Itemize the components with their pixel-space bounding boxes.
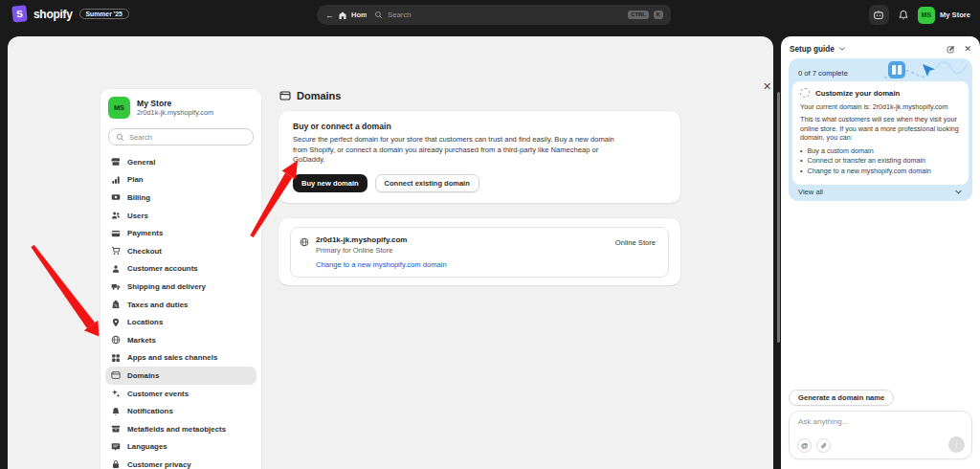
edit-icon[interactable] <box>947 45 955 54</box>
setup-guide-title: Setup guide <box>790 45 835 54</box>
store-menu[interactable]: MS My Store <box>918 7 970 24</box>
buy-new-domain-button[interactable]: Buy new domain <box>293 174 368 192</box>
step-description: This is what customers will see when the… <box>800 115 961 143</box>
sidebar-item-payments[interactable]: Payments <box>105 224 256 242</box>
buy-domain-card: Buy or connect a domain Secure the perfe… <box>278 111 680 203</box>
sidebar-item-label: Taxes and duties <box>127 301 188 309</box>
store-name: My Store <box>940 11 970 19</box>
close-settings-button[interactable]: ✕ <box>763 80 771 93</box>
kbd-ctrl: CTRL <box>628 11 648 20</box>
settings-search-input[interactable] <box>129 133 246 142</box>
sparkle-icon <box>111 389 121 398</box>
sidebar-item-taxes-and-duties[interactable]: Taxes and duties <box>105 296 256 314</box>
sidebar-item-plan[interactable]: Plan <box>105 171 256 190</box>
sidebar-item-customer-accounts[interactable]: Customer accounts <box>105 260 256 279</box>
domain-row: 2r0d1k-jk.myshopify.com Primary for Onli… <box>290 227 669 278</box>
setup-step-card[interactable]: Customize your domain Your current domai… <box>792 81 969 185</box>
view-all-label: View all <box>798 188 823 196</box>
globe-icon <box>300 237 309 247</box>
sidebar-item-checkout[interactable]: Checkout <box>105 242 256 260</box>
sidebar-item-metafields-and-metaobjects[interactable]: Metafields and metaobjects <box>105 420 256 438</box>
ask-anything-input[interactable] <box>798 417 942 426</box>
sidebar-item-shipping-and-delivery[interactable]: Shipping and delivery <box>105 278 256 296</box>
close-panel-button[interactable]: ✕ <box>964 44 971 54</box>
setup-illustration <box>880 59 969 82</box>
sidebar-item-label: General <box>127 158 155 167</box>
sidebar-item-label: Customer events <box>127 390 189 398</box>
chat-bubble-icon <box>111 442 121 452</box>
settings-modal: Domains ✕ MS My Store 2r0d1k-jk.myshopif… <box>8 36 773 469</box>
settings-search[interactable] <box>108 128 254 145</box>
sidebar-item-apps-and-sales-channels[interactable]: Apps and sales channels <box>105 349 256 368</box>
chevron-down-icon <box>954 188 963 196</box>
store-avatar: MS <box>918 7 935 24</box>
sidebar-item-label: Notifications <box>127 407 173 415</box>
generate-domain-button[interactable]: Generate a domain name <box>789 390 894 406</box>
sidebar-store-header: MS My Store 2r0d1k-jk.myshopify.com <box>108 97 213 119</box>
payments-icon <box>111 229 121 238</box>
sidebar-item-general[interactable]: General <box>105 153 256 171</box>
global-search-input[interactable] <box>388 11 623 19</box>
domain-status: Primary for Online Store <box>316 246 392 255</box>
sidebar-store-name: My Store <box>137 99 213 108</box>
domains-icon <box>111 370 121 380</box>
setup-progress: 0 of 7 complete <box>798 69 848 78</box>
sidebar-item-customer-privacy[interactable]: Customer privacy <box>105 456 256 469</box>
mention-button[interactable]: @ <box>797 438 812 453</box>
settings-nav: GeneralPlanBillingUsersPaymentsCheckoutC… <box>100 153 261 469</box>
sidebar-item-label: Metafields and metaobjects <box>127 425 226 434</box>
sidebar-item-label: Plan <box>127 175 144 184</box>
at-icon: @ <box>801 441 809 450</box>
sidebar-item-billing[interactable]: Billing <box>105 189 256 207</box>
sidebar-item-notifications[interactable]: Notifications <box>105 402 256 420</box>
chevron-down-icon[interactable] <box>838 45 846 53</box>
scrollbar-thumb[interactable] <box>777 92 780 343</box>
domains-icon <box>279 90 291 101</box>
shopify-logo-icon[interactable]: S <box>11 5 28 22</box>
kbd-k: K <box>654 11 663 20</box>
topbar: S shopify Summer '25 ← Home CTRL K MS My… <box>0 0 980 31</box>
sidebar-item-users[interactable]: Users <box>105 207 256 225</box>
back-arrow-icon[interactable]: ← <box>325 11 334 20</box>
metaobjects-icon <box>111 424 121 434</box>
send-button[interactable]: ↑ <box>948 436 965 453</box>
users-icon <box>111 211 121 220</box>
home-icon <box>338 11 347 20</box>
apps-grid-icon <box>111 353 121 363</box>
location-pin-icon <box>111 318 121 327</box>
sidebar-item-locations[interactable]: Locations <box>105 313 256 331</box>
ask-input-card: @ ↑ <box>789 411 972 459</box>
sidebar-item-label: Domains <box>127 371 159 380</box>
sidebar-item-label: Markets <box>127 336 156 345</box>
shopify-wordmark: shopify <box>33 8 73 21</box>
edition-badge[interactable]: Summer '25 <box>79 9 129 19</box>
connect-existing-domain-button[interactable]: Connect existing domain <box>375 174 479 192</box>
change-domain-link[interactable]: Change to a new myshopify.com domain <box>316 260 447 269</box>
store-icon <box>111 157 121 167</box>
notifications-button[interactable] <box>898 10 909 21</box>
settings-sidebar: MS My Store 2r0d1k-jk.myshopify.com Gene… <box>100 89 261 469</box>
sidebar-item-label: Languages <box>127 442 167 451</box>
view-all-button[interactable]: View all <box>798 188 963 196</box>
sidebar-item-languages[interactable]: Languages <box>105 438 256 457</box>
sidebar-item-markets[interactable]: Markets <box>105 331 256 349</box>
sidebar-item-label: Customer accounts <box>127 264 198 273</box>
setup-guide-card: 0 of 7 complete Customize your domain Yo… <box>789 58 972 201</box>
sidekick-button[interactable] <box>869 5 889 25</box>
attach-button[interactable] <box>816 438 831 453</box>
buy-card-heading: Buy or connect a domain <box>293 122 391 131</box>
bell-icon <box>898 10 909 21</box>
step-checkbox[interactable] <box>800 88 810 98</box>
billing-icon <box>111 192 121 202</box>
buy-card-body: Secure the perfect domain for your store… <box>293 135 616 166</box>
sidebar-item-label: Users <box>127 212 148 220</box>
sidebar-item-label: Shipping and delivery <box>127 282 206 291</box>
sidebar-store-domain: 2r0d1k-jk.myshopify.com <box>137 108 213 117</box>
checkout-cart-icon <box>111 246 121 256</box>
step-bullet: Buy a custom domain <box>800 146 961 156</box>
sidebar-item-label: Checkout <box>127 247 162 256</box>
sidebar-item-customer-events[interactable]: Customer events <box>105 385 256 403</box>
global-search[interactable]: CTRL K <box>367 5 671 25</box>
sidebar-item-domains[interactable]: Domains <box>105 367 256 385</box>
page-title: Domains <box>297 90 341 101</box>
